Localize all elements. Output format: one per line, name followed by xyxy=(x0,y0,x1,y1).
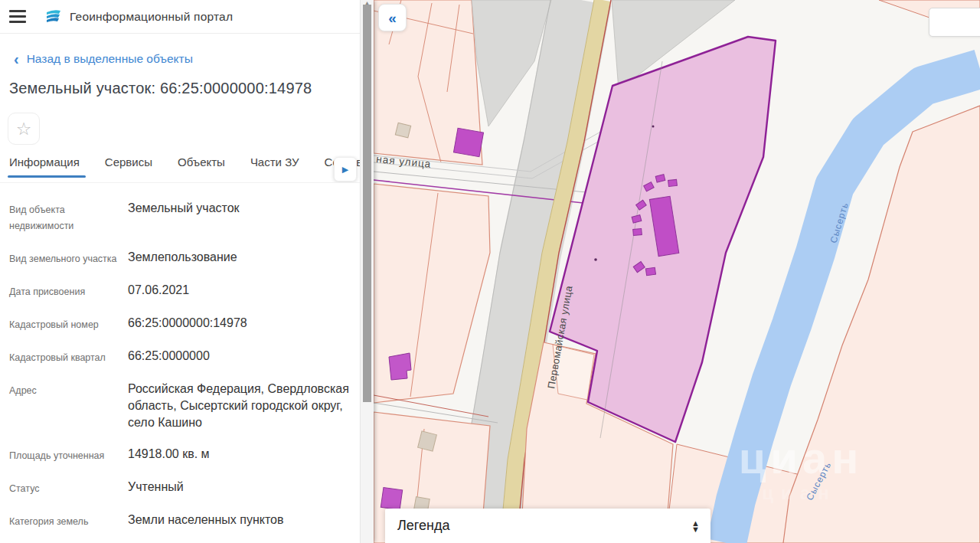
legend-bar[interactable]: Легенда ▲▼ xyxy=(385,509,710,543)
tab-information[interactable]: Информация xyxy=(9,155,80,178)
info-row: Категория земельЗемли населенных пунктов xyxy=(9,512,349,530)
map-control-box[interactable] xyxy=(929,8,980,37)
page-title: Земельный участок: 66:25:0000000:14978 xyxy=(9,80,351,97)
back-link-label: Назад в выделенные объекты xyxy=(27,52,193,66)
info-row: АдресРоссийская Федерация, Свердловская … xyxy=(9,381,349,431)
info-row: СтатусУчтенный xyxy=(9,479,349,497)
info-row: Кадастровый квартал66:25:0000000 xyxy=(9,348,349,366)
scrollbar-thumb[interactable] xyxy=(363,5,371,402)
favorite-button[interactable]: ☆ xyxy=(8,113,40,145)
panel-scrollbar[interactable]: ▲ xyxy=(360,0,374,543)
info-row: Кадастровый номер66:25:0000000:14978 xyxy=(9,315,349,333)
tab-bar: Информация Сервисы Объекты Части ЗУ Сост… xyxy=(0,155,360,183)
app-title: Геоинформационный портал xyxy=(70,10,233,24)
legend-expander-icon[interactable]: ▲▼ xyxy=(691,520,700,532)
svg-text:циан: циан xyxy=(739,433,864,482)
tab-objects[interactable]: Объекты xyxy=(178,155,225,178)
collapse-panel-button[interactable]: « xyxy=(378,4,407,31)
geoportal-app: Геоинформационный портал ‹ Назад в выдел… xyxy=(0,0,980,543)
info-row: Площадь уточненная14918.00 кв. м xyxy=(9,446,349,464)
map-canvas[interactable]: циан циан ная улица Первомайская улица С… xyxy=(374,0,980,543)
star-icon: ☆ xyxy=(16,120,32,138)
panel-header: Геоинформационный портал xyxy=(0,0,360,34)
info-row: Дата присвоения07.06.2021 xyxy=(9,282,349,300)
info-row: Вид земельного участкаЗемлепользование xyxy=(9,249,349,267)
back-chevron-icon: ‹ xyxy=(14,54,19,64)
parcel-point xyxy=(652,126,655,128)
menu-icon[interactable] xyxy=(9,9,28,25)
legend-title: Легенда xyxy=(397,518,691,534)
parcel-point xyxy=(594,258,597,261)
info-row: Вид объекта недвижимостиЗемельный участо… xyxy=(9,200,349,234)
back-link[interactable]: ‹ Назад в выделенные объекты xyxy=(14,52,360,66)
tab-parcel-parts[interactable]: Части ЗУ xyxy=(250,155,299,178)
info-rows: Вид объекта недвижимостиЗемельный участо… xyxy=(0,183,360,530)
app-logo-icon xyxy=(44,8,63,26)
svg-text:циан: циан xyxy=(762,482,836,503)
tab-scroll-right-button[interactable]: ▶ xyxy=(334,157,357,182)
map-area[interactable]: циан циан ная улица Первомайская улица С… xyxy=(374,0,980,543)
info-panel: Геоинформационный портал ‹ Назад в выдел… xyxy=(0,0,360,543)
tab-services[interactable]: Сервисы xyxy=(105,155,152,178)
